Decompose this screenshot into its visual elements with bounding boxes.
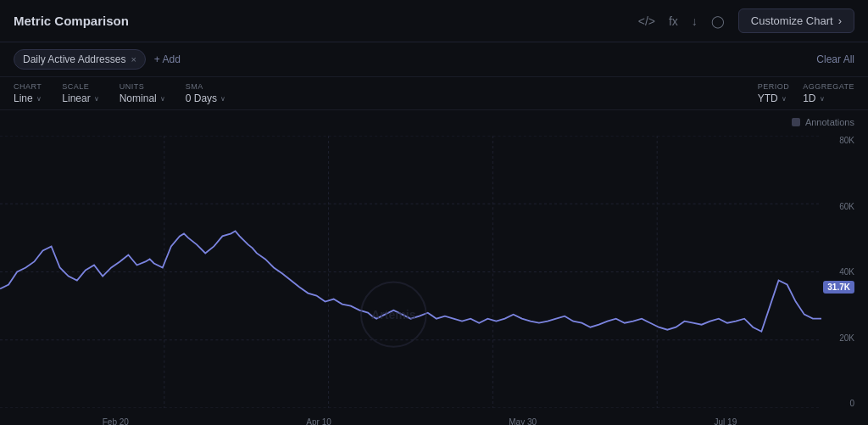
header: Metric Comparison </> fx ↓ ◯ Customize C… (0, 0, 868, 42)
customize-chart-button[interactable]: Customize Chart › (738, 8, 854, 33)
y-label-0: 0 (849, 399, 854, 408)
toolbar-left: Daily Active Addresses × + Add (14, 49, 181, 70)
x-axis: Feb 20 Apr 10 May 30 Jul 19 (14, 417, 826, 425)
formula-icon[interactable]: fx (669, 14, 678, 28)
y-axis: 80K 60K 40K 20K 0 (839, 136, 854, 408)
chart-type-chevron: ∨ (36, 95, 42, 103)
camera-icon[interactable]: ◯ (711, 14, 725, 28)
period-label: PERIOD (758, 82, 790, 91)
controls-bar: CHART Line ∨ SCALE Linear ∨ UNITS Nomina… (0, 77, 868, 110)
y-label-20k: 20K (839, 333, 854, 343)
scale-control: SCALE Linear ∨ (62, 82, 98, 104)
aggregate-control: AGGREGATE 1D ∨ (803, 82, 854, 104)
chart-svg-container: Artemis (0, 136, 821, 408)
x-label-feb20: Feb 20 (103, 417, 129, 425)
aggregate-label: AGGREGATE (803, 82, 854, 91)
chart-type-control: CHART Line ∨ (14, 82, 42, 104)
header-actions: </> fx ↓ ◯ Customize Chart › (638, 8, 854, 33)
scale-label: SCALE (62, 82, 98, 91)
sma-chevron: ∨ (220, 95, 225, 103)
x-label-may30: May 30 (509, 417, 537, 425)
sma-control: SMA 0 Days ∨ (186, 82, 225, 104)
units-control: UNITS Nominal ∨ (120, 82, 165, 104)
controls-left: CHART Line ∨ SCALE Linear ∨ UNITS Nomina… (14, 82, 225, 104)
download-icon[interactable]: ↓ (692, 14, 698, 28)
aggregate-dropdown[interactable]: 1D ∨ (803, 92, 854, 104)
sma-label: SMA (186, 82, 225, 91)
sma-dropdown[interactable]: 0 Days ∨ (186, 92, 225, 104)
annotations-label: Annotations (805, 117, 854, 127)
y-label-80k: 80K (839, 136, 854, 145)
scale-dropdown[interactable]: Linear ∨ (62, 92, 98, 104)
toolbar: Daily Active Addresses × + Add Clear All (0, 42, 868, 77)
period-dropdown[interactable]: YTD ∨ (758, 92, 790, 104)
x-label-jul19: Jul 19 (715, 417, 737, 425)
metric-tag[interactable]: Daily Active Addresses × (14, 49, 146, 70)
metric-tag-label: Daily Active Addresses (23, 53, 125, 65)
controls-right: PERIOD YTD ∨ AGGREGATE 1D ∨ (758, 82, 854, 104)
page-title: Metric Comparison (14, 14, 129, 28)
scale-chevron: ∨ (94, 95, 99, 103)
period-control: PERIOD YTD ∨ (758, 82, 790, 104)
metric-tag-close[interactable]: × (131, 54, 136, 64)
y-label-60k: 60K (839, 202, 854, 211)
annotations-toggle[interactable]: Annotations (792, 117, 854, 127)
units-dropdown[interactable]: Nominal ∨ (120, 92, 165, 104)
chart-type-label: CHART (14, 82, 42, 91)
y-label-40k: 40K (839, 267, 854, 277)
units-chevron: ∨ (160, 95, 165, 103)
current-value-badge: 31.7K (823, 281, 854, 294)
clear-all-button[interactable]: Clear All (816, 53, 854, 65)
svg-text:Artemis: Artemis (371, 308, 416, 322)
aggregate-chevron: ∨ (820, 95, 825, 103)
annotations-box-icon (792, 118, 800, 126)
chart-area: Annotations 80K 60K 40K 20K 0 31.7K (0, 110, 868, 425)
units-label: UNITS (120, 82, 165, 91)
add-metric-button[interactable]: + Add (154, 53, 181, 65)
chart-svg: Artemis (0, 136, 821, 408)
x-label-apr10: Apr 10 (306, 417, 331, 425)
code-icon[interactable]: </> (638, 14, 655, 28)
chart-type-dropdown[interactable]: Line ∨ (14, 92, 42, 104)
period-chevron: ∨ (782, 95, 787, 103)
